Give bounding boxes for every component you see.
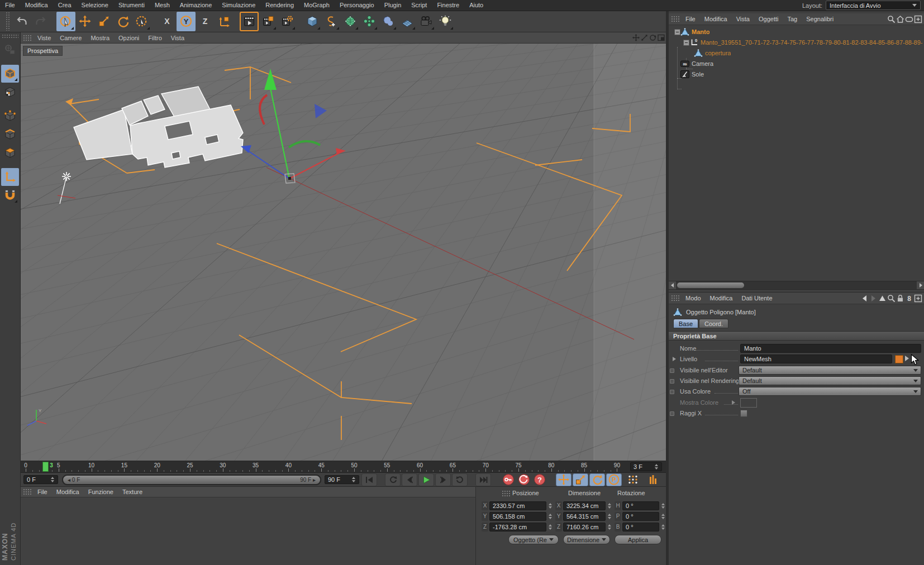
usa-colore-dropdown[interactable]: Off — [739, 387, 921, 396]
loop-start-field[interactable]: 0 F — [23, 475, 58, 484]
add-panel-icon[interactable] — [914, 294, 922, 303]
timeline-ruler[interactable]: 05101520253035404550556065707580859033 F — [21, 461, 666, 473]
next-frame-button[interactable] — [435, 473, 451, 486]
previous-frame-button[interactable] — [402, 473, 417, 486]
viewport-canvas[interactable]: Prospettiva Y — [21, 44, 666, 461]
spinner[interactable] — [660, 523, 665, 531]
menu-file[interactable]: File — [0, 0, 20, 11]
viewport-menu-camere[interactable]: Camere — [55, 32, 86, 44]
lock-y-axis-button[interactable]: Y — [177, 12, 196, 31]
apply-button[interactable]: Applica — [615, 535, 661, 544]
animation-toggle[interactable] — [670, 379, 674, 384]
viewport-menu-viste[interactable]: Viste — [33, 32, 55, 44]
material-drag-handle[interactable] — [23, 489, 32, 495]
lock-x-axis-button[interactable]: X — [158, 12, 177, 31]
spinner[interactable] — [660, 513, 665, 520]
up-arrow-icon[interactable] — [878, 294, 887, 303]
om-menu-modifica[interactable]: Modifica — [700, 13, 732, 25]
render-view-button[interactable] — [240, 12, 259, 31]
shade-icon[interactable] — [905, 15, 913, 23]
viewport-menu-opzioni[interactable]: Opzioni — [114, 32, 144, 44]
menu-animazione[interactable]: Animazione — [175, 0, 217, 11]
render-region-button[interactable] — [259, 12, 278, 31]
toolbar-drag-handle[interactable] — [6, 12, 10, 31]
lock-z-axis-button[interactable]: Z — [196, 12, 215, 31]
position-y-field[interactable]: 506.158 cm — [489, 512, 546, 521]
tree-item-2[interactable]: copertura — [705, 50, 731, 56]
key-scale-toggle[interactable] — [573, 473, 588, 486]
tree-item-1[interactable]: Manto_319551_70-71-72-73-74-75-76-77-78-… — [701, 39, 923, 46]
key-rotation-toggle[interactable] — [589, 473, 605, 486]
rotate-view-icon[interactable] — [649, 33, 656, 42]
visibile-nel-rendering-dropdown[interactable]: Default — [739, 376, 921, 385]
roof-mesh[interactable] — [74, 87, 243, 167]
spinner[interactable] — [660, 502, 665, 510]
key-parameter-toggle[interactable]: P — [606, 473, 622, 486]
om-menu-segnalibri[interactable]: Segnalibri — [802, 13, 838, 25]
layout-dropdown[interactable]: Interfaccia di Avvio — [826, 1, 921, 10]
menu-aiuto[interactable]: Aiuto — [464, 0, 488, 11]
selection-tool[interactable] — [132, 12, 151, 31]
color-swatch[interactable] — [740, 398, 757, 408]
om-menu-tag[interactable]: Tag — [783, 13, 802, 25]
add-array-button[interactable] — [360, 12, 379, 31]
material-menu-file[interactable]: File — [33, 487, 52, 497]
menu-script[interactable]: Script — [406, 0, 432, 11]
tree-item-4[interactable]: Sole — [692, 71, 704, 78]
material-menu-funzione[interactable]: Funzione — [84, 487, 118, 497]
om-menu-file[interactable]: File — [681, 13, 700, 25]
add-metaball-button[interactable] — [379, 12, 398, 31]
live-selection-tool[interactable] — [56, 12, 75, 31]
record-keyframe-button[interactable] — [501, 474, 516, 486]
range-pill[interactable]: ◂ 0 F90 F ▸ — [63, 476, 320, 484]
play-button[interactable] — [418, 473, 434, 486]
attribute-drag-handle[interactable] — [671, 295, 680, 301]
coord-drag-handle[interactable] — [502, 490, 511, 497]
polygons-mode-button[interactable] — [1, 144, 19, 162]
menu-mesh[interactable]: Mesh — [150, 0, 175, 11]
position-mode-dropdown[interactable]: Oggetto (Re — [508, 535, 559, 544]
tree-item-0[interactable]: Manto — [692, 28, 709, 35]
search-icon[interactable] — [887, 294, 896, 303]
size-x-field[interactable]: 3225.34 cm — [563, 501, 606, 510]
menu-plugin[interactable]: Plugin — [379, 0, 407, 11]
spinner[interactable] — [547, 513, 553, 520]
add-spline-button[interactable] — [322, 12, 341, 31]
undo-button[interactable] — [12, 12, 31, 31]
nome-field[interactable]: Manto — [740, 344, 921, 353]
position-x-field[interactable]: 2330.57 cm — [489, 501, 546, 510]
position-z-field[interactable]: -1763.28 cm — [489, 523, 546, 532]
object-manager-drag-handle[interactable] — [671, 16, 680, 22]
keyframe-selection-button[interactable] — [625, 473, 641, 486]
add-subdivision-button[interactable] — [341, 12, 360, 31]
timeline-range-slider[interactable]: ◂ 0 F90 F ▸ — [62, 475, 321, 485]
layer-flyout-icon[interactable] — [905, 356, 909, 361]
move-tool[interactable] — [75, 12, 94, 31]
coordinate-system-button[interactable] — [215, 12, 234, 31]
forward-icon[interactable] — [869, 294, 878, 303]
add-panel-icon[interactable] — [914, 15, 922, 23]
visibile-nell-editor-dropdown[interactable]: Default — [739, 366, 921, 375]
pan-view-icon[interactable] — [632, 33, 640, 42]
tree-expander[interactable] — [674, 29, 680, 35]
render-settings-button[interactable] — [278, 12, 297, 31]
add-light-button[interactable] — [436, 12, 455, 31]
scroll-right-icon[interactable] — [917, 281, 924, 289]
raggi-x-checkbox[interactable] — [740, 410, 747, 417]
light-gizmo[interactable] — [58, 172, 75, 204]
keying-help-button[interactable]: ? — [532, 474, 547, 486]
spinner[interactable] — [547, 523, 553, 531]
tree-item-3[interactable]: Camera — [692, 60, 713, 67]
menu-finestre[interactable]: Finestre — [432, 0, 464, 11]
timeline-playhead[interactable] — [42, 462, 49, 472]
add-cube-button[interactable] — [303, 12, 322, 31]
am-menu-modo[interactable]: Modo — [681, 293, 706, 304]
om-menu-oggetti[interactable]: Oggetti — [754, 13, 783, 25]
model-mode-button[interactable] — [1, 65, 19, 83]
am-menu-dati-utente[interactable]: Dati Utente — [737, 293, 777, 304]
rotate-tool[interactable] — [113, 12, 132, 31]
toggle-view-icon[interactable] — [657, 33, 665, 42]
object-manager-hscrollbar[interactable] — [669, 281, 924, 290]
animation-toggle[interactable] — [670, 411, 674, 416]
material-menu-modifica[interactable]: Modifica — [52, 487, 84, 497]
